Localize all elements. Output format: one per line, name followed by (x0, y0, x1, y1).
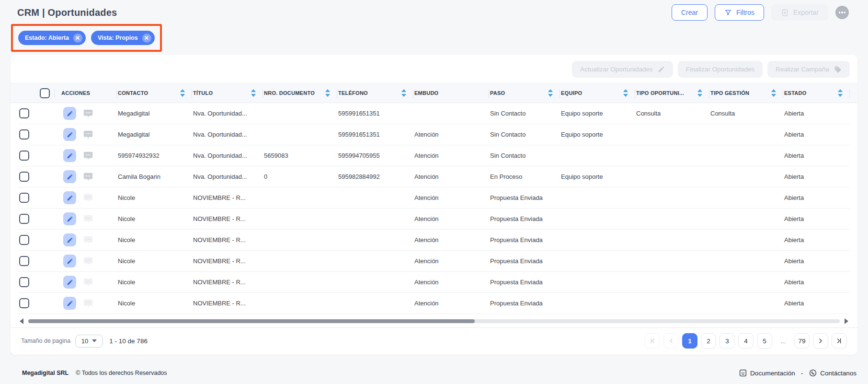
page-button-3[interactable]: 3 (720, 333, 735, 349)
column-header-equipo[interactable]: EQUIPO (560, 83, 635, 103)
comment-bubble-icon[interactable] (82, 255, 94, 267)
cell-paso: Propuesta Enviada (489, 300, 560, 307)
cell-equipo: Equipo soporte (560, 110, 635, 117)
filter-chip-label: Estado: Abierta (25, 35, 69, 41)
cell-equipo: Equipo soporte (560, 173, 635, 180)
footer-left: Megadigital SRL © Todos los derechos Res… (22, 370, 167, 376)
contact-link[interactable]: Contáctanos (809, 369, 857, 377)
row-actions-cell (55, 233, 117, 246)
close-circle-icon[interactable] (142, 34, 151, 43)
finalize-opportunities-button: Finalizar Oportunidades (678, 61, 763, 78)
scroll-right-icon[interactable] (845, 318, 848, 324)
footer-right: Documentación - Contáctanos (739, 369, 857, 377)
edit-pencil-icon[interactable] (63, 191, 76, 204)
page-size-select[interactable]: 10 (75, 335, 103, 348)
edit-pencil-icon[interactable] (63, 149, 76, 162)
page-button-4[interactable]: 4 (738, 333, 754, 349)
cell-contacto: Megadigital (117, 110, 192, 117)
column-header-titulo[interactable]: TÍTULO (192, 83, 263, 103)
select-all-checkbox[interactable] (40, 88, 50, 98)
column-header-label: ACCIONES (61, 90, 90, 96)
edit-pencil-icon[interactable] (63, 255, 76, 268)
cell-embudo: Atención (413, 215, 489, 222)
sort-arrows-icon[interactable] (771, 89, 776, 97)
edit-pencil-icon[interactable] (63, 297, 76, 310)
row-select-cell (18, 145, 55, 166)
edit-pencil-icon[interactable] (63, 128, 76, 141)
edit-pencil-icon[interactable] (63, 233, 76, 246)
filters-button[interactable]: Filtros (715, 4, 764, 21)
row-select-cell (18, 209, 55, 229)
more-options-button[interactable] (835, 6, 849, 19)
sort-arrows-icon[interactable] (401, 89, 406, 97)
column-header-estado[interactable]: ESTADO (783, 83, 850, 103)
row-checkbox[interactable] (19, 193, 29, 203)
page-button-5[interactable]: 5 (757, 333, 772, 349)
row-checkbox[interactable] (19, 256, 29, 266)
create-button[interactable]: Crear (672, 4, 708, 21)
row-checkbox[interactable] (19, 298, 29, 308)
comment-bubble-icon[interactable] (82, 276, 94, 288)
sort-arrows-icon[interactable] (623, 89, 628, 97)
sort-arrows-icon[interactable] (325, 89, 330, 97)
column-header-paso[interactable]: PASO (489, 83, 560, 103)
table-header-row: ACCIONESCONTACTOTÍTULONRO. DOCUMENTOTELÉ… (11, 83, 857, 103)
comment-bubble-icon[interactable] (82, 107, 94, 119)
edit-pencil-icon[interactable] (63, 170, 76, 183)
cell-contacto: Nicole (117, 300, 192, 307)
table-row: MegadigitalNva. Oportunidad...5959916513… (18, 124, 850, 145)
row-checkbox[interactable] (19, 108, 29, 118)
column-header-tipo_gestion[interactable]: TIPO GESTIÓN (709, 83, 783, 103)
prev-page-button[interactable] (663, 333, 679, 349)
column-header-telefono[interactable]: TELÉFONO (337, 83, 413, 103)
company-name: Megadigital SRL (22, 370, 69, 376)
cell-titulo: NOVIEMBRE - R... (192, 236, 263, 244)
row-actions-cell (55, 255, 117, 268)
page-button-79[interactable]: 79 (794, 333, 810, 349)
edit-pencil-icon[interactable] (63, 212, 76, 225)
page-button-2[interactable]: 2 (701, 333, 716, 349)
comment-bubble-icon[interactable] (82, 297, 94, 309)
filter-chip: Estado: Abierta (18, 31, 86, 45)
column-header-contacto[interactable]: CONTACTO (117, 83, 192, 103)
comment-bubble-icon[interactable] (82, 171, 94, 183)
comment-bubble-icon[interactable] (82, 213, 94, 225)
sort-arrows-icon[interactable] (838, 89, 843, 97)
column-header-label: NRO. DOCUMENTO (264, 90, 315, 96)
sort-arrows-icon[interactable] (251, 89, 256, 97)
cell-paso: Propuesta Enviada (489, 215, 560, 222)
row-checkbox[interactable] (19, 235, 29, 245)
row-checkbox[interactable] (19, 277, 29, 287)
comment-bubble-icon[interactable] (82, 150, 94, 162)
column-header-nro_documento[interactable]: NRO. DOCUMENTO (263, 83, 337, 103)
edit-pencil-icon[interactable] (63, 276, 76, 289)
row-checkbox[interactable] (19, 214, 29, 224)
row-checkbox[interactable] (19, 129, 29, 140)
comment-bubble-icon[interactable] (82, 128, 94, 140)
row-checkbox[interactable] (19, 172, 29, 182)
first-page-button[interactable] (645, 333, 660, 349)
next-page-button[interactable] (813, 333, 828, 349)
cell-titulo: Nva. Oportunidad... (192, 152, 263, 159)
row-actions-cell (55, 297, 117, 310)
row-actions-cell (55, 276, 117, 289)
pencil-icon (658, 66, 665, 73)
scrollbar-thumb[interactable] (28, 319, 475, 323)
row-select-cell (18, 251, 55, 271)
close-circle-icon[interactable] (73, 34, 82, 43)
edit-pencil-icon[interactable] (63, 107, 76, 120)
column-header-tipo_oportunidad[interactable]: TIPO OPORTUNI... (635, 83, 709, 103)
sort-arrows-icon[interactable] (548, 89, 553, 97)
comment-bubble-icon[interactable] (82, 192, 94, 204)
row-checkbox[interactable] (19, 151, 29, 161)
scrollbar-track[interactable] (28, 319, 840, 323)
comment-bubble-icon[interactable] (82, 234, 94, 246)
sort-arrows-icon[interactable] (180, 89, 185, 97)
scroll-left-icon[interactable] (20, 318, 23, 324)
last-page-button[interactable] (832, 333, 847, 349)
row-actions-cell (55, 107, 117, 120)
page-button-1[interactable]: 1 (682, 333, 697, 349)
documentation-link[interactable]: Documentación (739, 369, 795, 377)
sort-arrows-icon[interactable] (697, 89, 702, 97)
column-header-label: TÍTULO (193, 90, 213, 96)
